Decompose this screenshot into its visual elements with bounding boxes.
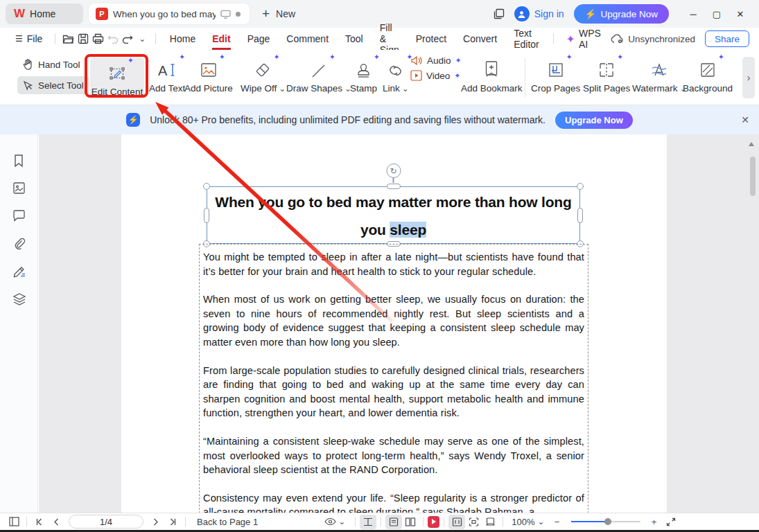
maximize-button[interactable]: ▢	[706, 3, 727, 24]
wps-ai-label: WPS AI	[579, 28, 604, 50]
print-icon[interactable]	[91, 30, 105, 47]
two-page-view-button[interactable]	[402, 515, 419, 529]
thumbnails-panel-icon[interactable]	[12, 181, 26, 195]
zoom-slider-knob[interactable]	[604, 518, 611, 525]
paragraph: From large-scale population studies to c…	[203, 364, 584, 420]
link-button[interactable]: ✦ Link⌄	[383, 55, 409, 94]
zoom-slider[interactable]	[571, 521, 640, 522]
minimize-button[interactable]: ─	[683, 3, 704, 24]
zoom-level-dropdown[interactable]: 100% ⌄	[512, 517, 544, 527]
document-viewport[interactable]: ↻ When you go to bed may matter more tha…	[39, 134, 759, 513]
close-button[interactable]: ✕	[730, 3, 751, 24]
wipe-off-label: Wipe Off⌄	[241, 83, 286, 94]
file-menu[interactable]: ☰ File	[0, 33, 49, 44]
comments-panel-icon[interactable]	[12, 209, 26, 223]
single-page-view-button[interactable]	[385, 515, 402, 529]
draw-shapes-button[interactable]: ✦ Draw Shapes⌄	[286, 55, 351, 94]
tab-overview-icon[interactable]	[494, 8, 505, 19]
banner-upgrade-button[interactable]: Upgrade Now	[555, 112, 633, 129]
toolbar-expand-button[interactable]: ›	[742, 57, 755, 98]
view-options-chevron-icon[interactable]: ⌄	[338, 519, 345, 524]
page-indicator-input[interactable]: 1/4	[69, 515, 143, 529]
presentation-play-button[interactable]	[428, 516, 439, 528]
fit-page-button[interactable]	[448, 515, 465, 529]
menu-edit[interactable]: Edit	[204, 30, 238, 48]
menu-convert[interactable]: Convert	[455, 30, 505, 48]
zoom-in-button[interactable]: +	[646, 515, 663, 529]
resize-handle-e[interactable]	[577, 208, 583, 223]
vertical-scrollbar[interactable]	[750, 157, 756, 196]
wps-ai-button[interactable]: ✦ WPS AI	[559, 28, 611, 50]
continuous-view-button[interactable]	[360, 515, 376, 529]
hand-tool-button[interactable]: Hand Tool	[17, 55, 89, 73]
divider	[26, 517, 27, 526]
speaker-icon	[410, 55, 423, 66]
attachments-panel-icon[interactable]	[12, 237, 26, 251]
audio-label: Audio	[427, 55, 451, 66]
home-tab[interactable]: W Home	[6, 3, 83, 24]
chevron-down-icon: ⌄	[402, 86, 409, 91]
menu-page[interactable]: Page	[239, 30, 279, 48]
scroll-up-icon[interactable]	[749, 142, 754, 146]
resize-handle-n[interactable]	[387, 184, 401, 189]
stamp-button[interactable]: ✦ Stamp	[350, 55, 377, 94]
left-panel-rail	[0, 134, 38, 513]
divider	[185, 517, 186, 526]
share-button[interactable]: Share	[705, 30, 749, 47]
audio-button[interactable]: Audio ✦	[410, 55, 462, 66]
select-tool-button[interactable]: Select Tool	[17, 76, 89, 94]
zoom-out-button[interactable]: −	[549, 515, 566, 529]
watermark-button[interactable]: Watermark⌄	[632, 55, 687, 94]
rotate-handle[interactable]: ↻	[386, 163, 401, 183]
banner-text: Unlock 80+ Pro benefits, including unlim…	[150, 114, 546, 125]
view-options-button[interactable]	[322, 515, 338, 529]
video-button[interactable]: Video ✦	[410, 70, 462, 81]
redo-icon[interactable]	[120, 30, 134, 47]
body-text-block[interactable]: You might be tempted to sleep in after a…	[199, 244, 588, 513]
back-to-page-button[interactable]: Back to Page 1	[197, 517, 258, 527]
upgrade-now-button[interactable]: ⚡ Upgrade Now	[574, 4, 669, 24]
paragraph: Consistency may even extend your life. “…	[203, 491, 584, 513]
sync-status[interactable]: Unsynchronized	[611, 34, 695, 44]
undo-icon[interactable]	[105, 30, 120, 47]
document-title: When you go to bed may matter more than …	[207, 187, 579, 244]
pro-sparkle-icon: ✦	[454, 71, 460, 80]
add-bookmark-button[interactable]: Add Bookmark	[461, 55, 523, 94]
split-pages-button[interactable]: ✦ Split Pages	[583, 55, 630, 94]
layers-panel-icon[interactable]	[12, 292, 26, 306]
save-icon[interactable]	[76, 30, 90, 47]
selected-text-box[interactable]: ↻ When you go to bed may matter more tha…	[207, 186, 580, 244]
previous-page-button[interactable]	[48, 515, 64, 529]
fit-screen-button[interactable]	[482, 515, 498, 529]
resize-handle-w[interactable]	[204, 208, 209, 223]
wipe-off-button[interactable]: ✦ Wipe Off⌄	[241, 55, 286, 94]
background-button[interactable]: ✦ Background	[683, 55, 733, 94]
first-page-button[interactable]	[31, 515, 48, 529]
sidebar-toggle-icon[interactable]	[6, 515, 22, 529]
signature-panel-icon[interactable]	[12, 265, 26, 278]
banner-close-icon[interactable]: ✕	[741, 114, 749, 125]
menu-text-editor[interactable]: Text Editor	[505, 24, 548, 53]
menu-protect[interactable]: Protect	[408, 30, 455, 48]
next-page-button[interactable]	[148, 515, 164, 529]
fullscreen-button[interactable]	[663, 515, 679, 529]
menu-tool[interactable]: Tool	[337, 30, 372, 48]
last-page-button[interactable]	[164, 515, 181, 529]
resize-handle-nw[interactable]	[203, 183, 210, 190]
draw-shapes-label: Draw Shapes⌄	[286, 83, 351, 94]
undo-redo-dropdown-icon[interactable]: ⌄	[135, 30, 150, 47]
wps-logo-icon: W	[14, 7, 24, 21]
menu-comment[interactable]: Comment	[278, 30, 337, 48]
pdf-page[interactable]: ↻ When you go to bed may matter more tha…	[121, 134, 667, 513]
fit-width-button[interactable]	[465, 515, 482, 529]
open-file-icon[interactable]	[61, 30, 76, 47]
window-controls: ─ ▢ ✕	[683, 3, 751, 24]
add-text-button[interactable]: A ✦ Add Text	[149, 55, 185, 94]
menu-home[interactable]: Home	[162, 30, 204, 48]
resize-handle-ne[interactable]	[577, 183, 584, 190]
crop-pages-button[interactable]: ✦ Crop Pages	[531, 55, 580, 94]
bookmarks-panel-icon[interactable]	[12, 154, 26, 168]
add-picture-button[interactable]: ✦ Add Picture	[184, 55, 233, 94]
edit-content-button[interactable]: ✦ Edit Content	[90, 57, 144, 98]
paragraph: When most of us work on getting better s…	[203, 292, 584, 349]
